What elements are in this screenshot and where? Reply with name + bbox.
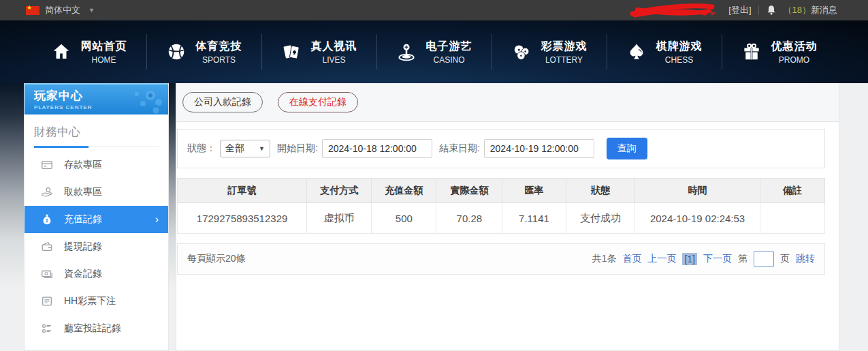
wallet-icon xyxy=(41,241,53,253)
sidebar-item-withdraw[interactable]: 取款專區 xyxy=(25,179,168,206)
next-page-link[interactable]: 下一页 xyxy=(703,253,732,265)
page-jump-input[interactable] xyxy=(754,251,774,267)
nav-label-zh: 优惠活动 xyxy=(771,40,818,54)
nav-item-promo[interactable]: 优惠活动PROMO xyxy=(722,34,837,70)
nav-label-en: CHESS xyxy=(656,55,703,65)
pagination-bar: 每頁顯示20條 共1条 首页 上一页 [1] 下一页 第 页 跳转 xyxy=(177,243,825,275)
nav-item-lottery[interactable]: 彩票游戏LOTTERY xyxy=(492,34,607,70)
table-header-row: 訂單號 支付方式 充值金額 實際金額 匯率 狀態 時間 備註 xyxy=(178,179,825,203)
messages-label[interactable]: 新消息 xyxy=(811,5,837,15)
home-icon xyxy=(51,42,71,62)
spade-icon xyxy=(626,42,647,62)
finance-center-title: 財務中心 xyxy=(34,124,159,147)
nav-label-zh: 体育竞技 xyxy=(196,40,242,54)
col-exchange-rate: 匯率 xyxy=(502,179,566,203)
basketball-icon xyxy=(166,42,187,62)
sidebar-item-recharge-records[interactable]: 充值記錄 › xyxy=(25,206,168,233)
sidebar-item-label: 取款專區 xyxy=(64,186,102,198)
records-table: 訂單號 支付方式 充值金額 實際金額 匯率 狀態 時間 備註 172927589… xyxy=(177,178,825,234)
first-page-link[interactable]: 首页 xyxy=(622,253,641,265)
topbar-divider xyxy=(758,5,759,15)
nav-item-casino[interactable]: 电子游艺CASINO xyxy=(377,34,492,70)
jump-button[interactable]: 跳转 xyxy=(796,253,815,265)
col-recharge-amount: 充值金額 xyxy=(372,179,436,203)
language-switcher[interactable]: 简体中文 ▼ xyxy=(26,4,95,16)
nav-label-en: SPORTS xyxy=(196,55,242,65)
tab-online-payment-records[interactable]: 在線支付記錄 xyxy=(278,92,358,112)
nav-label-en: CASINO xyxy=(426,55,472,65)
sidebar-item-fund-records[interactable]: 資金記錄 xyxy=(25,260,168,288)
col-order-number: 訂單號 xyxy=(178,179,307,203)
total-count: 共1条 xyxy=(592,253,617,265)
cell-exchange-rate: 7.1141 xyxy=(502,203,566,234)
withdraw-hand-icon xyxy=(41,186,53,198)
table-row: 1729275893512329 虚拟币 500 70.28 7.1141 支付… xyxy=(178,203,825,234)
jump-suffix-label: 页 xyxy=(780,253,790,265)
tab-company-deposit-records[interactable]: 公司入款記錄 xyxy=(182,92,263,112)
list-icon xyxy=(41,322,53,335)
chevron-down-icon: ▼ xyxy=(259,145,265,152)
sidebar: 玩家中心 PLAYERS CENTER 財務中心 存款專區 取款專區 充值記錄 xyxy=(24,83,169,351)
chevron-right-icon: › xyxy=(155,213,159,226)
topbar: 简体中文 ▼ [登出] （18）新消息 xyxy=(0,0,868,20)
search-button[interactable]: 查詢 xyxy=(607,138,647,159)
end-date-label: 結束日期: xyxy=(439,142,480,155)
nav-label-zh: 电子游艺 xyxy=(426,40,472,54)
status-label: 狀態： xyxy=(187,142,216,155)
sidebar-item-deposit[interactable]: 存款專區 xyxy=(25,151,168,179)
cell-payment-method: 虚拟币 xyxy=(307,203,372,234)
deposit-card-icon xyxy=(41,159,53,171)
ticket-doc-icon xyxy=(41,295,53,307)
sidebar-item-hh-lottery-bets[interactable]: HH彩票下注 xyxy=(25,288,168,315)
per-page-label: 每頁顯示20條 xyxy=(187,253,246,265)
col-time: 時間 xyxy=(635,179,760,203)
nav-label-zh: 棋牌游戏 xyxy=(656,40,703,54)
record-tabs: 公司入款記錄 在線支付記錄 xyxy=(176,83,839,122)
nav-label-en: LOTTERY xyxy=(541,55,588,65)
current-page-indicator: [1] xyxy=(682,253,697,265)
main-panel: 公司入款記錄 在線支付記錄 狀態： 全部 ▼ 開始日期: 結束日期: 查詢 xyxy=(176,83,839,351)
end-date-input[interactable] xyxy=(484,139,594,158)
sidebar-item-label: 資金記錄 xyxy=(64,268,102,280)
col-remarks: 備註 xyxy=(760,179,824,203)
nav-item-sports[interactable]: 体育竞技SPORTS xyxy=(147,34,262,70)
cell-time: 2024-10-19 02:24:53 xyxy=(635,203,760,234)
gamepad-decoration-icon xyxy=(120,87,164,115)
sidebar-item-label: 存款專區 xyxy=(64,159,102,171)
nav-label-zh: 网站首页 xyxy=(81,40,127,54)
cell-actual-amount: 70.28 xyxy=(436,203,502,234)
status-select[interactable]: 全部 ▼ xyxy=(220,140,270,157)
sidebar-item-label: 廳室投註記錄 xyxy=(64,322,121,335)
china-flag-icon xyxy=(26,6,39,15)
lottery-balls-icon xyxy=(511,42,532,62)
main-navigation: 网站首页HOME 体育竞技SPORTS 真人视讯LIVES 电子游艺CASINO… xyxy=(0,20,868,83)
prev-page-link[interactable]: 上一页 xyxy=(647,253,676,265)
nav-label-zh: 彩票游戏 xyxy=(541,40,588,54)
bell-icon[interactable] xyxy=(766,5,777,16)
nav-label-en: PROMO xyxy=(771,55,818,65)
caret-down-icon: ▼ xyxy=(89,7,95,14)
nav-label-en: HOME xyxy=(81,55,127,65)
messages-count: （18） xyxy=(784,5,811,15)
nav-item-chess[interactable]: 棋牌游戏CHESS xyxy=(607,34,722,70)
sidebar-item-label: HH彩票下注 xyxy=(64,295,116,307)
sidebar-menu: 存款專區 取款專區 充值記錄 › 提現記錄 資金記錄 HH彩票下注 xyxy=(25,151,168,342)
cards-icon xyxy=(281,42,302,62)
jump-prefix-label: 第 xyxy=(738,253,748,265)
status-select-value: 全部 xyxy=(225,142,244,155)
nav-item-lives[interactable]: 真人视讯LIVES xyxy=(262,34,377,70)
nav-item-home[interactable]: 网站首页HOME xyxy=(32,34,147,70)
sidebar-item-label: 充值記錄 xyxy=(64,213,102,226)
nav-label-zh: 真人视讯 xyxy=(311,40,357,54)
cell-status: 支付成功 xyxy=(566,203,635,234)
col-payment-method: 支付方式 xyxy=(307,179,372,203)
start-date-input[interactable] xyxy=(322,139,432,158)
nav-label-en: LIVES xyxy=(311,55,357,65)
sidebar-item-room-bet-records[interactable]: 廳室投註記錄 xyxy=(25,315,168,342)
filter-bar: 狀態： 全部 ▼ 開始日期: 結束日期: 查詢 xyxy=(177,129,825,168)
language-label: 简体中文 xyxy=(45,4,80,16)
cell-remarks xyxy=(760,203,824,234)
logout-link[interactable]: [登出] xyxy=(728,4,751,16)
sidebar-item-label: 提現記錄 xyxy=(64,241,102,253)
sidebar-item-withdrawal-records[interactable]: 提現記錄 xyxy=(25,233,168,260)
